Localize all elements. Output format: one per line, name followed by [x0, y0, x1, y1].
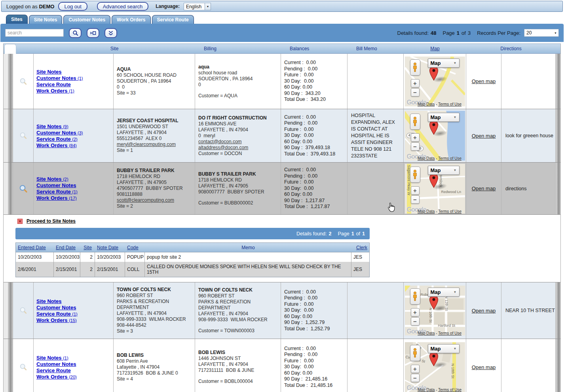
- open-map-link[interactable]: Open map: [472, 308, 496, 314]
- map-data-link[interactable]: Map Data: [418, 388, 435, 392]
- notes-col-site[interactable]: Site: [80, 245, 95, 250]
- site-notes-link[interactable]: Site Notes (1): [36, 355, 113, 361]
- map-type-button[interactable]: Map▼: [428, 59, 460, 68]
- close-icon[interactable]: ✕: [17, 219, 23, 224]
- notes-col-entered-date[interactable]: Entered Date: [16, 245, 54, 250]
- zoom-in-button[interactable]: +: [411, 365, 420, 373]
- advanced-search-button[interactable]: Advanced search: [97, 2, 148, 11]
- terms-of-use-link[interactable]: Terms of Use: [438, 156, 461, 161]
- tab-customer-notes[interactable]: Customer Notes: [63, 15, 110, 24]
- row-scroll-stripe[interactable]: [556, 339, 561, 392]
- email-link[interactable]: meryl@clearcomputing.com: [117, 142, 192, 148]
- collapse-button[interactable]: [104, 28, 117, 38]
- magnifier-icon[interactable]: [19, 131, 28, 140]
- magnifier-icon-active[interactable]: [19, 184, 28, 193]
- magnifier-icon[interactable]: [19, 363, 28, 371]
- row-drag-handle[interactable]: [8, 282, 13, 339]
- map-data-link[interactable]: Map Data: [418, 156, 435, 161]
- email-link[interactable]: scott@clearcomputing.com: [117, 197, 192, 203]
- map-thumbnail[interactable]: Roberts St N 12th St N 10th St Hartford …: [405, 286, 465, 335]
- zoom-in-button[interactable]: +: [411, 186, 420, 195]
- customer-notes-link[interactable]: Customer Notes (1): [36, 75, 113, 81]
- customer-notes-link[interactable]: Customer Notes (3): [36, 130, 113, 136]
- work-orders-link[interactable]: Work Orders (17): [36, 195, 113, 201]
- search-input[interactable]: [5, 29, 64, 37]
- notes-col-end-date[interactable]: End Date: [54, 245, 80, 250]
- zoom-in-button[interactable]: +: [411, 79, 420, 87]
- map-type-button[interactable]: Map▼: [428, 288, 460, 297]
- map-type-button[interactable]: Map▼: [428, 166, 460, 175]
- notes-col-note-date[interactable]: Note Date: [95, 245, 125, 250]
- terms-of-use-link[interactable]: Terms of Use: [438, 209, 461, 214]
- pegman-icon[interactable]: [410, 288, 420, 305]
- site-notes-link[interactable]: Site Notes: [36, 69, 113, 75]
- work-orders-link[interactable]: Work Orders (20): [36, 374, 113, 380]
- service-route-link[interactable]: Service Route: [36, 81, 113, 87]
- zoom-out-button[interactable]: −: [411, 317, 420, 326]
- email-link[interactable]: altaddress@docon.com: [198, 145, 277, 151]
- customer-notes-link[interactable]: Customer Notes: [36, 361, 113, 367]
- row-drag-handle[interactable]: [8, 54, 13, 109]
- pegman-icon[interactable]: [410, 114, 420, 130]
- row-scroll-stripe[interactable]: [556, 54, 561, 109]
- terms-of-use-link[interactable]: Terms of Use: [438, 331, 461, 335]
- zoom-out-button[interactable]: −: [411, 374, 420, 382]
- row-scroll-stripe[interactable]: [556, 109, 561, 162]
- open-map-link[interactable]: Open map: [472, 133, 496, 139]
- service-route-link[interactable]: Service Route (2): [36, 136, 113, 142]
- zoom-out-button[interactable]: −: [411, 142, 420, 151]
- service-route-link[interactable]: Service Route (1): [36, 311, 113, 317]
- zoom-out-button[interactable]: −: [411, 195, 420, 204]
- map-thumbnail[interactable]: 411 28 + − Map▼ Google Map Data - Terms …: [405, 111, 465, 161]
- map-type-button[interactable]: Map▼: [428, 113, 460, 122]
- zoom-in-button[interactable]: +: [411, 308, 420, 316]
- map-pin-icon[interactable]: [429, 66, 439, 81]
- map-pin-icon[interactable]: [429, 173, 439, 188]
- terms-of-use-link[interactable]: Terms of Use: [438, 102, 461, 106]
- tab-site-notes[interactable]: Site Notes: [29, 15, 63, 24]
- tab-sites[interactable]: Sites: [6, 15, 28, 24]
- work-orders-link[interactable]: Work Orders (1): [36, 88, 113, 94]
- work-orders-link[interactable]: Work Orders (84): [36, 142, 113, 148]
- map-thumbnail[interactable]: + − Map▼ Google Map Data - Terms of Use: [405, 57, 465, 106]
- map-data-link[interactable]: Map Data: [418, 209, 435, 214]
- map-data-link[interactable]: Map Data: [418, 331, 435, 335]
- col-header-map[interactable]: Map: [404, 46, 466, 51]
- site-notes-link[interactable]: Site Notes (2): [36, 176, 113, 182]
- pegman-icon[interactable]: [410, 167, 420, 183]
- service-route-link[interactable]: Service Route (1): [36, 189, 113, 195]
- records-per-page-select[interactable]: 20 ▼: [524, 29, 559, 37]
- zoom-in-button[interactable]: +: [411, 133, 420, 142]
- language-select[interactable]: English ▼: [184, 3, 211, 10]
- row-drag-handle[interactable]: [8, 109, 13, 162]
- row-drag-handle[interactable]: [8, 163, 13, 214]
- pegman-icon[interactable]: [410, 59, 420, 76]
- notes-col-code[interactable]: Code: [125, 245, 145, 250]
- map-data-link[interactable]: Map Data: [418, 102, 435, 106]
- terms-of-use-link[interactable]: Terms of Use: [438, 388, 461, 392]
- zoom-out-button[interactable]: −: [411, 88, 420, 97]
- dock-button[interactable]: [87, 28, 99, 38]
- proceed-to-site-notes-link[interactable]: Proceed to Site Notes: [27, 218, 76, 224]
- map-pin-icon[interactable]: [429, 120, 439, 135]
- tab-service-route[interactable]: Service Route: [152, 15, 194, 24]
- open-map-link[interactable]: Open map: [472, 364, 496, 370]
- map-thumbnail[interactable]: Erie Cincinnati St N 18th St + − Map▼ Go…: [405, 342, 465, 392]
- magnifier-icon[interactable]: [19, 306, 28, 315]
- open-map-link[interactable]: Open map: [472, 78, 496, 84]
- notes-col-clerk[interactable]: Clerk: [351, 245, 369, 250]
- customer-notes-link[interactable]: Customer Notes: [36, 182, 113, 188]
- magnifier-icon[interactable]: [19, 77, 28, 86]
- customer-notes-link[interactable]: Customer Notes: [36, 305, 113, 311]
- open-map-link[interactable]: Open map: [472, 186, 496, 191]
- map-pin-icon[interactable]: [429, 352, 439, 367]
- work-orders-link[interactable]: Work Orders (15): [36, 317, 113, 323]
- row-drag-handle[interactable]: [8, 339, 13, 392]
- row-scroll-stripe[interactable]: [556, 282, 561, 339]
- map-pin-icon[interactable]: [429, 295, 439, 310]
- site-notes-link[interactable]: Site Notes (9): [36, 123, 113, 129]
- search-button[interactable]: [69, 28, 82, 38]
- pegman-icon[interactable]: [410, 345, 420, 361]
- map-type-button[interactable]: Map▼: [428, 344, 460, 353]
- email-link[interactable]: contact@docon.com: [198, 139, 277, 145]
